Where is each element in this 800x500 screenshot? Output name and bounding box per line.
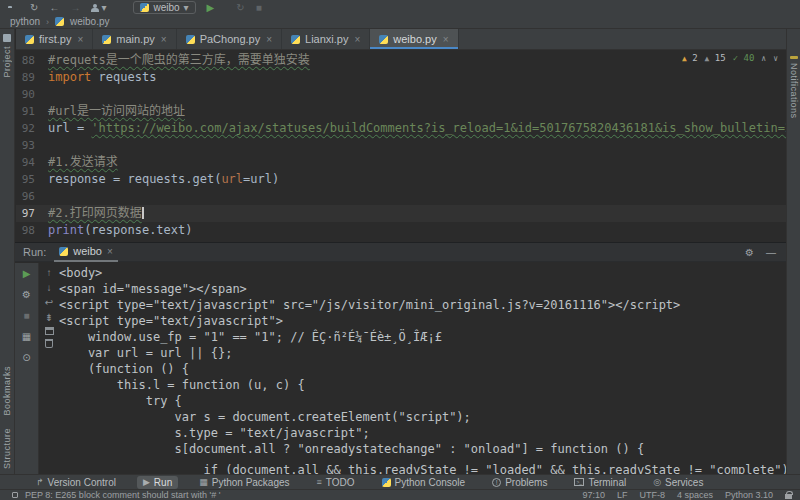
hide-panel-icon[interactable]: — [766,247,776,258]
code-text: #2.打印网页数据 [48,205,144,222]
chevron-down-icon: ▾ [101,3,106,13]
toolwindow-button-terminal[interactable]: >_Terminal [568,476,632,489]
editor-line: 88#requets是一个爬虫的第三方库，需要单独安装 [16,52,786,69]
editor-line: 97#2.打印网页数据 [16,205,786,222]
toolwindow-button-todo[interactable]: ≡TODO [311,476,361,489]
right-tool-stripe: Notifications [786,29,800,474]
code-segment: import [48,70,91,84]
code-editor[interactable]: 88#requets是一个爬虫的第三方库，需要单独安装89import requ… [16,50,786,242]
breadcrumb-item-python[interactable]: python [10,16,40,27]
up-stack-trace-icon[interactable]: ↑ [47,267,52,278]
indent-setting[interactable]: 4 spaces [677,490,713,500]
code-segment: url [221,172,243,186]
file-encoding[interactable]: UTF-8 [639,490,665,500]
pin-icon[interactable]: ⊙ [22,352,30,363]
tab-weibo.py[interactable]: weibo.py× [370,29,458,49]
run-configuration-select[interactable]: weibo ▾ [133,1,195,14]
tool-button-notifications[interactable]: Notifications [789,63,799,119]
prev-problem-icon[interactable]: ∧ [761,54,766,63]
sync-icon[interactable]: ↻ [30,3,38,13]
tab-close-icon[interactable]: × [443,34,449,45]
toolwindow-button-python-packages[interactable]: ▦Python Packages [193,476,295,489]
main-toolbar: ↻ ← → ▾ weibo ▾ ▶ ↻ ■ [0,0,800,15]
editor-line: 90 [16,86,786,103]
console-output[interactable]: <body><span id="message"></span><script … [59,263,786,474]
run-tab-weibo[interactable]: weibo × [54,243,118,262]
run-button[interactable]: ▶ [207,3,215,13]
python-interpreter[interactable]: Python 3.10 [725,490,773,500]
todo-icon: ≡ [317,478,322,487]
tab-close-icon[interactable]: × [77,34,83,45]
forward-icon[interactable]: → [70,3,80,13]
line-number: 97 [16,205,48,222]
console-line: <body> [59,265,786,281]
tab-close-icon[interactable]: × [161,34,167,45]
console-line: var url = url || {}; [59,345,786,361]
code-text: url = 'https://weibo.com/ajax/statuses/b… [48,120,786,137]
tool-button-bookmarks[interactable]: Bookmarks [2,366,12,416]
tab-PaChong.py[interactable]: PaChong.py× [177,29,282,49]
tab-label: main.py [116,33,155,45]
tool-button-project[interactable]: Project [2,46,12,78]
line-separator[interactable]: LF [617,490,628,500]
tab-close-icon[interactable]: × [354,34,360,45]
user-menu[interactable]: ▾ [91,3,106,13]
console-line: <span id="message"></span> [59,281,786,297]
ok-icon: ✓ [733,53,738,63]
tab-main.py[interactable]: main.py× [93,29,176,49]
toolwindow-button-services[interactable]: ◎Services [647,476,709,489]
toolwindow-label: Python Console [395,477,466,488]
scroll-to-end-icon[interactable]: ⇟ [45,312,53,323]
python-file-icon [102,35,111,44]
breadcrumb-item-file[interactable]: weibo.py [70,16,109,27]
weak-warning-count: 15 [715,53,726,63]
python-file-icon [25,35,34,44]
code-text: #requets是一个爬虫的第三方库，需要单独安装 [48,52,310,69]
python-icon [140,3,149,12]
code-text: #1.发送请求 [48,154,118,171]
gear-icon[interactable]: ⚙ [745,247,754,258]
restore-layout-icon[interactable]: ▦ [22,331,31,342]
python-console-icon [382,478,391,487]
stop-button[interactable]: ■ [256,3,262,13]
toolwindow-button-problems[interactable]: !Problems [486,476,553,489]
warning-count: 2 [692,53,697,63]
toolwindow-label: TODO [326,477,355,488]
back-icon[interactable]: ← [49,3,59,13]
toolwindow-button-version-control[interactable]: ↱Version Control [30,476,122,489]
stop-button[interactable]: ■ [23,310,29,321]
down-stack-trace-icon[interactable]: ↓ [47,282,52,293]
inspections-widget[interactable]: ▲ 2 ▲ 15 ✓ 40 ∧ ∨ [682,53,778,63]
warning-icon: ▲ [682,54,687,63]
toolwindow-button-python-console[interactable]: Python Console [376,476,472,489]
tab-close-icon[interactable]: × [266,34,272,45]
coverage-button[interactable]: ↻ [236,3,244,13]
print-icon[interactable] [45,327,54,335]
caret-position[interactable]: 97:10 [582,490,605,500]
tool-button-structure[interactable]: Structure [2,428,12,469]
next-problem-icon[interactable]: ∨ [773,54,778,63]
code-segment: (response.text) [84,223,192,237]
run-tab-label: weibo [73,245,102,257]
line-number: 91 [16,103,48,120]
code-text: import requests [48,69,156,86]
tab-first.py[interactable]: first.py× [16,29,93,49]
clear-all-icon[interactable] [45,339,53,348]
toolwindow-button-run[interactable]: ▶Run [137,476,178,489]
toolwindow-label: Terminal [588,477,626,488]
rerun-button[interactable]: ▶ [23,268,31,279]
tab-label: weibo.py [393,33,436,45]
lock-icon[interactable] [785,494,792,499]
wrench-icon[interactable]: ⚙ [22,289,31,300]
console-line: this.l = function (u, c) { [59,377,786,393]
python-file-icon [55,17,64,26]
package-icon: ▦ [199,478,208,487]
code-segment: print [48,223,84,237]
toolwindow-label: Services [665,477,703,488]
soft-wrap-icon[interactable]: ↩ [45,297,53,308]
tab-Lianxi.py[interactable]: Lianxi.py× [282,29,370,49]
project-icon [3,34,11,42]
close-icon[interactable]: × [107,246,113,257]
line-number: 90 [16,86,48,103]
terminal-icon: >_ [574,478,584,486]
